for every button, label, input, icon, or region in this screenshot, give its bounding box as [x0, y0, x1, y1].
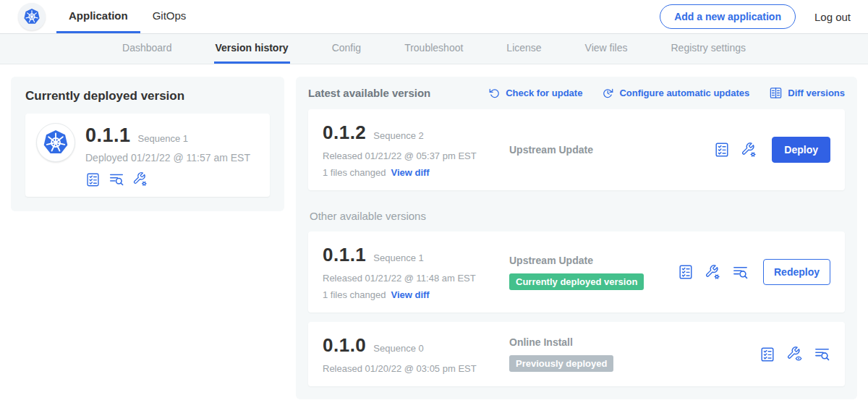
source-label: Online Install: [509, 336, 760, 348]
schedule-update-icon: [602, 87, 614, 99]
latest-version-header: Latest available version Check for updat…: [308, 86, 845, 100]
diff-icon: [769, 86, 783, 100]
add-application-button[interactable]: Add a new application: [660, 4, 796, 29]
files-changed-label: 1 files changed: [323, 167, 386, 178]
app-subnav: Dashboard Version history Config Trouble…: [0, 34, 868, 64]
version-actions: Deploy: [714, 137, 830, 163]
version-source: Upstream Update: [509, 144, 714, 156]
latest-version-title: Latest available version: [308, 87, 430, 99]
version-number: 0.1.2: [323, 122, 366, 144]
release-notes-icon[interactable]: [678, 264, 694, 280]
check-for-update-link[interactable]: Check for update: [488, 87, 582, 99]
subnav-license[interactable]: License: [505, 34, 542, 64]
subnav-view-files[interactable]: View files: [584, 34, 629, 64]
view-logs-icon[interactable]: [109, 171, 124, 187]
other-versions-title: Other available versions: [310, 210, 843, 222]
refresh-icon: [488, 87, 501, 99]
version-details: 0.1.1 Sequence 1 Released 01/21/22 @ 11:…: [323, 244, 509, 300]
panel-actions: Check for update Configure automatic upd…: [488, 86, 845, 100]
sequence-label: Sequence 1: [373, 252, 423, 263]
top-bar: Application GitOps Add a new application…: [0, 0, 868, 34]
edit-config-icon[interactable]: [705, 264, 721, 281]
released-timestamp: Released 01/21/22 @ 11:48 am EST: [323, 273, 509, 284]
version-details: 0.1.0 Sequence 0 Released 01/20/22 @ 03:…: [323, 334, 509, 374]
previously-deployed-badge: Previously deployed: [509, 355, 613, 372]
version-actions: [760, 346, 830, 362]
currently-deployed-badge: Currently deployed version: [509, 273, 644, 290]
subnav-dashboard[interactable]: Dashboard: [121, 34, 174, 64]
release-notes-icon[interactable]: [85, 172, 101, 187]
logout-button[interactable]: Log out: [814, 11, 851, 23]
view-config-icon[interactable]: [786, 346, 803, 362]
files-changed-label: 1 files changed: [323, 289, 386, 300]
diff-versions-link[interactable]: Diff versions: [769, 86, 845, 100]
view-diff-link[interactable]: View diff: [391, 289, 429, 300]
version-actions: Redeploy: [678, 259, 830, 285]
currently-deployed-card: Currently deployed version 0.1.1 Sequenc…: [11, 77, 284, 211]
deploy-button[interactable]: Deploy: [772, 137, 830, 163]
version-row-0-1-0: 0.1.0 Sequence 0 Released 01/20/22 @ 03:…: [308, 322, 845, 386]
version-row-0-1-2: 0.1.2 Sequence 2 Released 01/21/22 @ 05:…: [308, 109, 845, 190]
deployed-version-info: 0.1.1 Sequence 1 Deployed 01/21/22 @ 11:…: [85, 123, 250, 187]
sequence-label: Sequence 0: [373, 343, 423, 354]
version-details: 0.1.2 Sequence 2 Released 01/21/22 @ 05:…: [323, 122, 509, 178]
source-label: Upstream Update: [509, 144, 714, 156]
sequence-label: Sequence 2: [373, 130, 423, 141]
deployed-version-card: 0.1.1 Sequence 1 Deployed 01/21/22 @ 11:…: [25, 114, 270, 197]
redeploy-button[interactable]: Redeploy: [763, 259, 830, 285]
main-content: Currently deployed version 0.1.1 Sequenc…: [0, 64, 868, 408]
deployed-timestamp: Deployed 01/21/22 @ 11:57 am EST: [85, 152, 250, 163]
kubernetes-logo-icon: [22, 7, 41, 26]
version-number: 0.1.0: [323, 334, 366, 357]
tab-gitops[interactable]: GitOps: [140, 0, 199, 33]
release-notes-icon[interactable]: [714, 142, 730, 158]
subnav-config[interactable]: Config: [331, 34, 362, 64]
release-notes-icon[interactable]: [760, 347, 775, 362]
tab-application[interactable]: Application: [56, 0, 140, 33]
deployed-version-number: 0.1.1: [85, 124, 131, 147]
app-icon-badge: [36, 123, 75, 162]
app-logo[interactable]: [18, 3, 46, 30]
currently-deployed-title: Currently deployed version: [25, 89, 270, 103]
deployed-sequence-label: Sequence 1: [138, 133, 188, 144]
version-row-0-1-1: 0.1.1 Sequence 1 Released 01/21/22 @ 11:…: [308, 231, 845, 313]
released-timestamp: Released 01/20/22 @ 03:05 pm EST: [323, 363, 509, 374]
edit-config-icon[interactable]: [132, 171, 148, 187]
view-diff-link[interactable]: View diff: [391, 167, 429, 178]
version-number: 0.1.1: [323, 244, 366, 266]
source-label: Upstream Update: [509, 255, 678, 266]
subnav-registry-settings[interactable]: Registry settings: [670, 34, 747, 64]
top-bar-right: Add a new application Log out: [660, 0, 868, 33]
version-source: Online Install Previously deployed: [509, 336, 760, 372]
kubernetes-logo-icon: [41, 128, 70, 157]
view-logs-icon[interactable]: [732, 264, 749, 281]
edit-config-icon[interactable]: [741, 142, 757, 158]
released-timestamp: Released 01/21/22 @ 05:37 pm EST: [323, 150, 509, 161]
configure-automatic-updates-link[interactable]: Configure automatic updates: [602, 87, 749, 99]
view-logs-icon[interactable]: [814, 346, 830, 362]
app-tabs: Application GitOps: [56, 0, 198, 33]
subnav-troubleshoot[interactable]: Troubleshoot: [403, 34, 464, 64]
subnav-version-history[interactable]: Version history: [214, 34, 290, 64]
version-history-panel: Latest available version Check for updat…: [296, 77, 857, 399]
version-source: Upstream Update Currently deployed versi…: [509, 255, 678, 290]
